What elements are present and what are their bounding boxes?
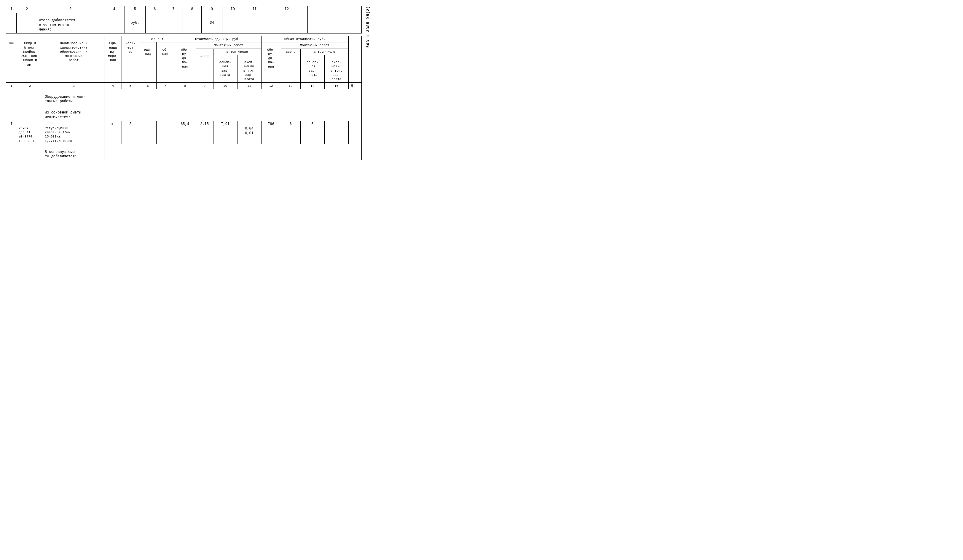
section-heading-row: Оборудование и мон- тажные работы [6,89,362,105]
header-col2: Шифр и № поз. прейск. УСН, цен- ников и … [17,36,43,83]
top-note-empty10 [308,13,362,33]
dr1-col16 [349,121,362,144]
cn2-16: I5 [349,83,362,89]
header-col1: №№ пп [6,36,17,83]
add-col2 [17,144,43,160]
dr1-col9: 2,I5 [196,121,213,144]
cn2-10: IO [213,83,237,89]
top-note-empty9 [266,13,308,33]
main-header-row: №№ пп Шифр и № поз. прейск. УСН, цен- ни… [6,36,362,42]
cn2-4: 4 [104,83,122,89]
header-montazh-span2: Монтажных работ [281,42,349,49]
top-note-rub: руб. [125,13,145,33]
sub-col2 [17,105,43,121]
cn2-3: 3 [43,83,104,89]
dr1-col2: 23-07 доп.31 шI-3774 I2-803-I [17,121,43,144]
header-vtomchisle2: В том числе [300,49,349,55]
cn2-13: I3 [281,83,300,89]
add-col1 [6,144,17,160]
top-note-empty6 [183,13,201,33]
top-note-row: Итого добавляется с учетом исклю- чения:… [6,13,362,33]
dr1-col7 [157,121,174,144]
col-num-6: 6 [145,6,164,13]
top-note-text: Итого добавляется с учетом исклю- чения: [37,13,104,33]
cn2-5: 5 [122,83,139,89]
top-note-empty8 [243,13,266,33]
sh-rest [104,89,362,105]
col-num-9: 9 [202,6,222,13]
side-label: 503-1-3385 УЛ(2) [366,6,371,48]
header-stoimost-span: Стоимость единицы, руб. [174,36,261,42]
header-col6: еди- ниц [139,42,157,83]
dr1-col14: 6 [300,121,324,144]
col-num-11: II [243,6,266,13]
dr1-col12: I96 [261,121,281,144]
header-col10: основ- ная зар- плата [213,55,237,83]
header-side [349,36,362,83]
dr1-col13: 6 [281,121,300,144]
dr1-col1: I [6,121,17,144]
top-note-empty7 [222,13,243,33]
top-summary-table: I 2 3 4 5 6 7 [6,6,362,34]
col-num-10: IO [222,6,243,13]
top-note-empty3 [104,13,125,33]
header-col9: Всего [196,49,213,83]
add-col3-text: В основную сме- ту добавляется: [43,144,104,160]
col-num-5: 5 [125,6,145,13]
cn2-2: 2 [17,83,43,89]
col-num-3: 3 [37,6,104,13]
header-montazh-span: Монтажных работ [196,42,261,49]
sub-col1 [6,105,17,121]
header-col14: основ- ная зар- плата [300,55,324,83]
header-col15: эксп. машин в т.ч. зар- плата [324,55,349,83]
sub-heading-row: Из основной сметы исключается: [6,105,362,121]
header-col12: Обо- ру- до- ва- ния [261,42,281,83]
data-row-1: I 23-07 доп.31 шI-3774 I2-803-I Регулиру… [6,121,362,144]
sh-col2 [17,89,43,105]
header-col11: эксп. машин в т.ч. зар- плата [237,55,261,83]
top-note-empty5 [164,13,183,33]
main-header-table: №№ пп Шифр и № поз. прейск. УСН, цен- ни… [6,36,362,160]
add-rest [104,144,362,160]
top-note-empty4 [145,13,164,33]
header-col6-span: Вес в т [139,36,174,42]
sh-col3-text: Оборудование и мон- тажные работы [43,89,104,105]
cn2-14: I4 [300,83,324,89]
cn2-6: 6 [139,83,157,89]
cn2-12: I2 [261,83,281,89]
cn2-1: I [6,83,17,89]
header-col3: наименование и характеристика оборудован… [43,36,104,83]
header-col13: Всего [281,49,300,83]
col-num-8: 8 [183,6,201,13]
cn2-7: 7 [157,83,174,89]
dr1-col5: 3 [122,121,139,144]
sh-col1 [6,89,17,105]
cn2-15: I5 [324,83,349,89]
page-container: 503-1-3385 УЛ(2) I [6,6,362,160]
header-col7: об- щая [157,42,174,83]
header-vtomchisle1: В том числе [213,49,261,55]
header-col8: Обо- ру- до- ва- ния [174,42,196,83]
col-num-2: 2 [16,6,37,13]
dr1-col3: Регулирующий клапан ø 25мм 25ч93Iнж I,77… [43,121,104,144]
dr1-col10: I,9I [213,121,237,144]
col-numbers-row2: I 2 3 4 5 6 7 8 9 IO II I2 I3 I4 I5 I5 [6,83,362,89]
col-num-7: 7 [164,6,183,13]
cn2-8: 8 [174,83,196,89]
top-note-empty2 [16,13,37,33]
dr1-col15: - [324,121,349,144]
header-col5: Коли- чест- во [122,36,139,83]
dr1-col4: шт [104,121,122,144]
add-heading-row: В основную сме- ту добавляется: [6,144,362,160]
dr1-col6 [139,121,157,144]
col-num-empty [308,6,362,13]
col-num-4: 4 [104,6,125,13]
sub-rest [104,105,362,121]
top-note-34: 34 [202,13,222,33]
dr1-col11: 0,04 0,0I [237,121,261,144]
col-num-1: I [6,6,16,13]
col-num-12: I2 [266,6,308,13]
cn2-11: II [237,83,261,89]
dr1-col8: 65,4 [174,121,196,144]
cn2-9: 9 [196,83,213,89]
